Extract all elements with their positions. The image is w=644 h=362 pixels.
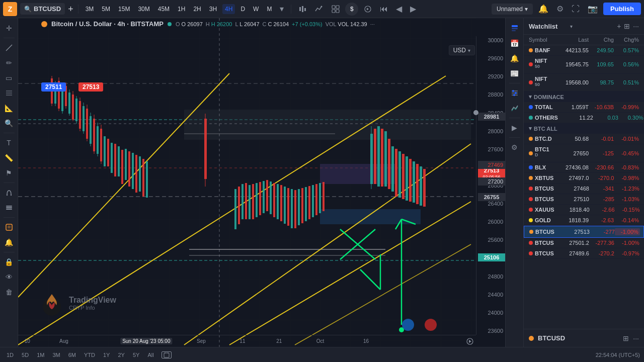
tf-15m[interactable]: 15M [116, 4, 132, 14]
svg-rect-5 [336, 6, 339, 9]
indicators-btn[interactable] [312, 4, 326, 15]
lock-btn[interactable]: 🔒 [2, 255, 16, 269]
tf-m[interactable]: M [264, 4, 274, 14]
shapes-tool[interactable]: ▭ [2, 71, 16, 85]
eye-btn[interactable]: 👁 [2, 270, 16, 284]
notifications-btn[interactable]: 🔔 [536, 3, 551, 15]
wl-item-blx[interactable]: BLX 27436.08 -230.66 -0.83% [524, 162, 644, 173]
wl-item-gold[interactable]: GOLD 1818.39 -2.63 -0.14% [524, 215, 644, 226]
watchlist-layout-btn[interactable]: ⊞ [624, 22, 630, 30]
tf-1y-bottom[interactable]: 1Y [101, 351, 112, 359]
brush-tool[interactable]: ✏ [2, 56, 16, 70]
watchlist-more-btn[interactable]: ··· [633, 22, 639, 30]
watchlist-dropdown-icon: ▾ [570, 24, 573, 29]
layers-btn[interactable] [2, 201, 16, 215]
tf-all-bottom[interactable]: All [145, 351, 156, 359]
financials-btn[interactable]: $ [345, 3, 358, 16]
wl-item-btcus3[interactable]: BTCUS 27501.2 -277.36 -1.00% [524, 238, 644, 248]
wl-item-btcd[interactable]: BTC.D 50.68 -0.01 -0.01% [524, 134, 644, 144]
section-dominace[interactable]: ▾ DOMINACE [524, 92, 644, 102]
calendar-btn[interactable]: 📅 [508, 36, 522, 50]
add-symbol-button[interactable]: + [68, 5, 73, 14]
wl-item-banf[interactable]: BANF 44213.55 249.50 0.57% [524, 45, 644, 56]
logo-btn[interactable]: Z [3, 2, 17, 16]
crosshair-tool[interactable]: ✛ [2, 21, 16, 35]
camera-btn[interactable]: 📷 [585, 3, 600, 15]
symbol-selector[interactable]: 🔍 BTCUSD [20, 3, 65, 15]
watchlist-add-btn[interactable]: + [617, 22, 621, 30]
fullscreen-btn[interactable]: ⛶ [569, 3, 582, 15]
flag-tool[interactable]: ⚑ [2, 166, 16, 180]
trash-btn[interactable]: 🗑 [2, 285, 16, 299]
line-tool[interactable] [2, 41, 16, 55]
unnamed-btn[interactable]: Unnamed ▾ [492, 4, 533, 15]
strategy-btn[interactable] [508, 101, 522, 115]
bottom-layout-btn[interactable]: ⊞ [623, 334, 629, 342]
wl-item-nift1[interactable]: NIFT 50 19545.75 109.65 0.56% [524, 56, 644, 74]
tf-3m[interactable]: 3M [83, 4, 97, 14]
rt-settings-btn[interactable]: ⚙ [508, 140, 522, 154]
object-tree-btn[interactable] [2, 220, 16, 234]
more-timeframes-btn[interactable]: ▾ [277, 3, 286, 15]
tf-d[interactable]: D [238, 4, 248, 14]
tf-6m-bottom[interactable]: 6M [66, 351, 78, 359]
tf-30m[interactable]: 30M [135, 4, 152, 14]
wl-item-xbtus[interactable]: XBTUS 27497.0 -270.0 -0.98% [524, 173, 644, 184]
alert-btn[interactable]: 🔔 [508, 51, 522, 65]
rewind-btn[interactable]: ⏮ [377, 3, 390, 15]
templates-btn[interactable] [329, 4, 342, 15]
publish-button[interactable]: Publish [603, 3, 641, 15]
more-info-btn[interactable]: ··· [370, 21, 375, 27]
bottom-symbol[interactable]: BTCUSD [538, 334, 565, 342]
tf-w[interactable]: W [251, 4, 261, 14]
ruler-tool[interactable]: 📐 [2, 101, 16, 115]
wl-item-total[interactable]: TOTAL 1.059T -10.63B -0.99% [524, 102, 644, 113]
replay-tool-btn[interactable]: ▶ [508, 121, 522, 135]
tf-4h[interactable]: 4H [222, 4, 235, 14]
currency-selector[interactable]: USD ▾ [449, 45, 475, 55]
screener-btn[interactable] [508, 86, 522, 100]
wl-item-btcus-active[interactable]: BTCUS 27513 -277 -1.00% [524, 226, 644, 238]
watchlist-panel-btn[interactable] [508, 21, 522, 35]
wl-item-btcus2[interactable]: BTCUS 27510 -285 -1.03% [524, 194, 644, 205]
bottom-more-btn[interactable]: ··· [633, 334, 639, 342]
tf-5y-bottom[interactable]: 5Y [130, 351, 142, 359]
price-label-30000: 30000 [476, 37, 505, 43]
back-btn[interactable]: ◀ [393, 3, 405, 15]
wl-item-btcus1[interactable]: BTCUS 27468 -341 -1.23% [524, 184, 644, 194]
chart-type-btn[interactable] [296, 4, 309, 15]
wl-item-btc1[interactable]: BTC1 D 27650 -125 -0.45% [524, 144, 644, 162]
settings-btn[interactable]: ⚙ [554, 3, 566, 15]
alerts-tool[interactable]: 🔔 [2, 235, 16, 249]
chart-area[interactable]: Bitcoin / U.S. Dollar · 4h · BITSTAMP O … [18, 18, 505, 347]
news-btn[interactable]: 📰 [508, 66, 522, 80]
open-value: O 26097 [182, 21, 203, 27]
section-btcall[interactable]: ▾ BTC ALL [524, 123, 644, 134]
tf-5d-bottom[interactable]: 5D [19, 351, 31, 359]
measure-tool[interactable]: 📏 [2, 151, 16, 165]
wl-item-nift2[interactable]: NIFT 50 19568.00 98.75 0.51% [524, 74, 644, 92]
svg-rect-124 [413, 161, 415, 203]
right-panel: Watchlist ▾ + ⊞ ··· Symbol Last Chg Chg%… [523, 18, 644, 347]
tf-1m-bottom[interactable]: 1M [34, 351, 47, 359]
tf-2h[interactable]: 2H [191, 4, 203, 14]
tf-45m[interactable]: 45M [155, 4, 172, 14]
text-tool[interactable]: T [2, 136, 16, 150]
wl-item-xauus[interactable]: XAUUS 1818.40 -2.66 -0.15% [524, 205, 644, 215]
tf-5m[interactable]: 5M [99, 4, 113, 14]
wl-item-btcus4[interactable]: BTCUS 27489.6 -270.2 -0.97% [524, 248, 644, 259]
zoom-tool[interactable]: 🔍 [2, 116, 16, 130]
magnet-tool[interactable] [2, 186, 16, 200]
tf-2y-bottom[interactable]: 2Y [115, 351, 127, 359]
tf-1d-bottom[interactable]: 1D [4, 351, 16, 359]
tf-3h[interactable]: 3H [207, 4, 219, 14]
calendar-icon-btn[interactable] [162, 351, 172, 358]
replay-btn[interactable] [361, 4, 374, 15]
tf-3m-bottom[interactable]: 3M [50, 351, 62, 359]
wl-item-others[interactable]: OTHERS 11.22 0.03 0.30% [524, 113, 644, 123]
tf-ytd-bottom[interactable]: YTD [82, 351, 98, 359]
tf-1h[interactable]: 1H [175, 4, 188, 14]
forward-btn[interactable]: ▶ [408, 3, 419, 15]
fibonacci-tool[interactable] [2, 86, 16, 100]
goto-realtime-btn[interactable] [464, 335, 476, 347]
